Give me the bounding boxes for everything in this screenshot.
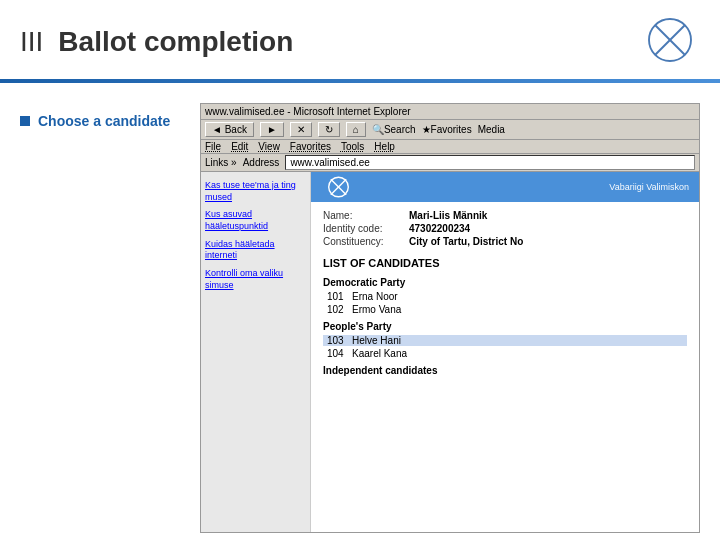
main-content: Choose a candidate www.valimised.ee - Mi… <box>0 83 720 540</box>
nav-link-4[interactable]: Kontrolli oma valiku simuse <box>205 268 306 291</box>
home-button[interactable]: ⌂ <box>346 122 366 137</box>
menu-view[interactable]: View <box>258 141 280 152</box>
site-header-text: Vabariigi Valimiskon <box>609 182 689 192</box>
candidate-103[interactable]: 103 Helve Hani <box>323 335 687 346</box>
site-nav: Kas tuse tee'ma ja ting mused Kus asuvad… <box>201 172 311 532</box>
party-peoples: People's Party <box>323 321 687 332</box>
party-democratic: Democratic Party <box>323 277 687 288</box>
site-main-content: Vabariigi Valimiskon Name: Mari-Liis Män… <box>311 172 699 532</box>
logo-area <box>640 10 700 74</box>
search-label: 🔍Search <box>372 124 416 135</box>
constituency-value: City of Tartu, District No <box>409 236 523 247</box>
section-number: III <box>20 26 43 58</box>
bullet-label: Choose a candidate <box>38 113 170 129</box>
list-of-candidates-title: LIST OF CANDIDATES <box>323 257 687 269</box>
browser-content: Kas tuse tee'ma ja ting mused Kus asuvad… <box>201 172 699 532</box>
bullet-item-choose-candidate: Choose a candidate <box>20 113 180 129</box>
back-button[interactable]: ◄ Back <box>205 122 254 137</box>
nav-link-3[interactable]: Kuidas hääletada interneti <box>205 239 306 262</box>
voter-constituency-row: Constituency: City of Tartu, District No <box>323 236 687 247</box>
media-label: Media <box>478 124 505 135</box>
id-label: Identity code: <box>323 223 403 234</box>
section-title: Ballot completion <box>58 26 293 58</box>
page-header: III Ballot completion <box>0 0 720 79</box>
voter-name-row: Name: Mari-Liis Männik <box>323 210 687 221</box>
menu-favorites[interactable]: Favorites <box>290 141 331 152</box>
nav-link-2[interactable]: Kus asuvad hääletuspunktid <box>205 209 306 232</box>
candidate-104[interactable]: 104 Kaarel Kana <box>323 348 687 359</box>
stop-button[interactable]: ✕ <box>290 122 312 137</box>
favorites-label: ★Favorites <box>422 124 472 135</box>
candidate-102[interactable]: 102 Ermo Vana <box>323 304 687 315</box>
menu-file[interactable]: File <box>205 141 221 152</box>
address-label: Address <box>243 157 280 168</box>
party-independent: Independent candidates <box>323 365 687 376</box>
menu-help[interactable]: Help <box>374 141 395 152</box>
voter-id-row: Identity code: 47302200234 <box>323 223 687 234</box>
constituency-label: Constituency: <box>323 236 403 247</box>
browser-links-bar: Links » Address www.valimised.ee <box>201 154 699 172</box>
menu-tools[interactable]: Tools <box>341 141 364 152</box>
name-value: Mari-Liis Männik <box>409 210 487 221</box>
left-panel: Choose a candidate <box>20 103 180 533</box>
id-value: 47302200234 <box>409 223 470 234</box>
browser-window: www.valimised.ee - Microsoft Internet Ex… <box>200 103 700 533</box>
address-bar[interactable]: www.valimised.ee <box>285 155 695 170</box>
browser-menu: File Edit View Favorites Tools Help <box>201 140 699 154</box>
bullet-icon <box>20 116 30 126</box>
refresh-button[interactable]: ↻ <box>318 122 340 137</box>
browser-toolbar[interactable]: ◄ Back ► ✕ ↻ ⌂ 🔍Search ★Favorites Media <box>201 120 699 140</box>
links-label: Links » <box>205 157 237 168</box>
candidate-101[interactable]: 101 Erna Noor <box>323 291 687 302</box>
forward-button[interactable]: ► <box>260 122 284 137</box>
nav-link-1[interactable]: Kas tuse tee'ma ja ting mused <box>205 180 306 203</box>
name-label: Name: <box>323 210 403 221</box>
site-header-bar: Vabariigi Valimiskon <box>311 172 699 202</box>
voter-info: Name: Mari-Liis Männik Identity code: 47… <box>323 210 687 247</box>
menu-edit[interactable]: Edit <box>231 141 248 152</box>
logo-icon <box>640 10 700 70</box>
browser-titlebar: www.valimised.ee - Microsoft Internet Ex… <box>201 104 699 120</box>
browser-title-text: www.valimised.ee - Microsoft Internet Ex… <box>205 106 411 117</box>
site-logo-icon <box>321 173 356 201</box>
